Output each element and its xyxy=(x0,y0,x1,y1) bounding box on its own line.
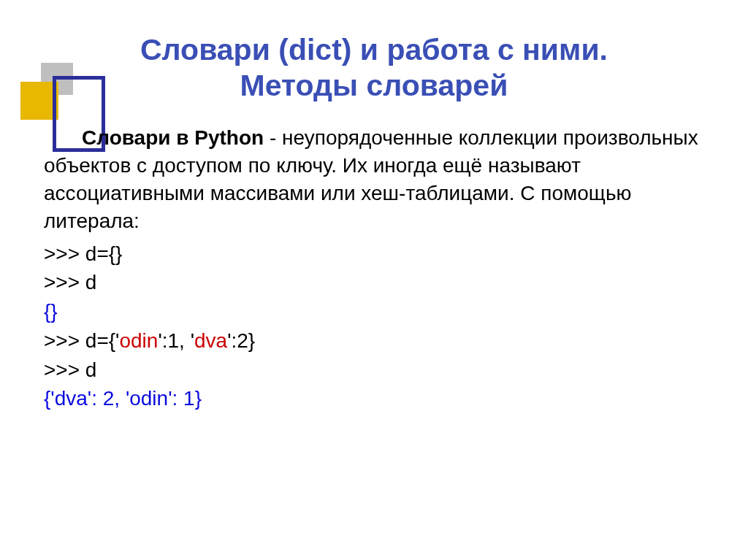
slide-container: Словари (dict) и работа с ними. Методы с… xyxy=(0,32,748,560)
code-output-2: {'dva': 2, 'odin': 1} xyxy=(44,384,704,413)
code-mid: ':1, ' xyxy=(158,329,194,352)
code-key-dva: dva xyxy=(194,329,227,352)
code-prefix: >>> d={' xyxy=(44,329,119,352)
code-line-5: >>> d xyxy=(44,356,704,385)
slide-body: Словари в Python - неупорядоченные колле… xyxy=(44,124,704,413)
code-suffix: ':2} xyxy=(227,329,255,352)
code-key-odin: odin xyxy=(119,329,158,352)
title-line-1: Словари (dict) и работа с ними. xyxy=(44,32,704,68)
intro-paragraph: Словари в Python - неупорядоченные колле… xyxy=(44,124,704,234)
slide-title: Словари (dict) и работа с ними. Методы с… xyxy=(44,32,704,104)
code-line-2: >>> d xyxy=(44,268,704,297)
code-output-1: {} xyxy=(44,297,704,326)
code-line-1: >>> d={} xyxy=(44,239,704,269)
title-line-2: Методы словарей xyxy=(44,68,704,104)
code-line-4: >>> d={'odin':1, 'dva':2} xyxy=(44,326,704,356)
intro-bold: Словари в Python xyxy=(82,126,264,149)
